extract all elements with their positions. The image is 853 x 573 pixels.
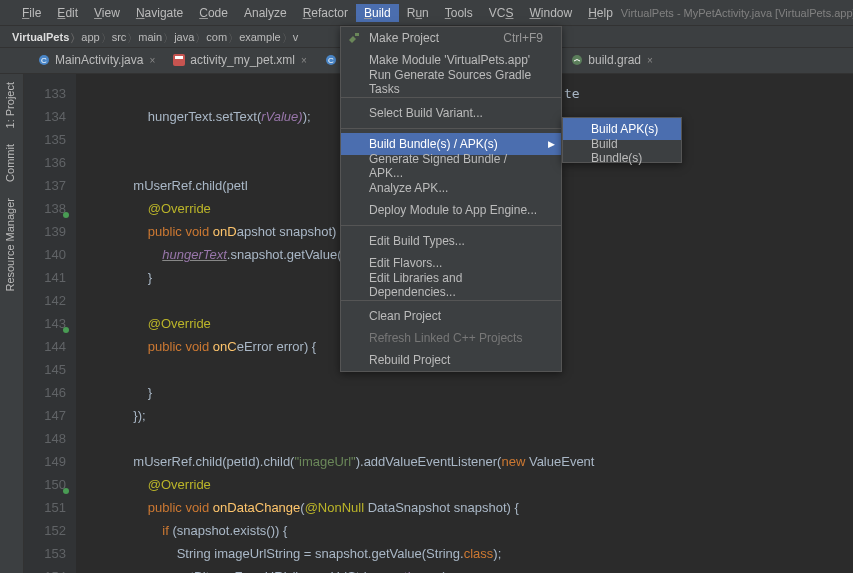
svg-point-10 xyxy=(63,212,69,218)
line-number: 133 xyxy=(24,82,66,105)
menu-item-edit-libraries-and-dependencies[interactable]: Edit Libraries and Dependencies... xyxy=(341,274,561,296)
tool-window-commit[interactable]: Commit xyxy=(0,136,20,190)
menu-view[interactable]: View xyxy=(86,4,128,22)
menu-code[interactable]: Code xyxy=(191,4,236,22)
svg-point-11 xyxy=(63,327,69,333)
menu-help[interactable]: Help xyxy=(580,4,621,22)
menu-item-make-project[interactable]: Make ProjectCtrl+F9 xyxy=(341,27,561,49)
svg-text:C: C xyxy=(41,56,47,65)
menu-item-label: Build Bundle(s) / APK(s) xyxy=(369,137,498,151)
menu-file[interactable]: File xyxy=(14,4,49,22)
menu-run[interactable]: Run xyxy=(399,4,437,22)
tab-label: build.grad xyxy=(588,53,641,67)
tab-label: MainActivity.java xyxy=(55,53,143,67)
line-number: 147 xyxy=(24,404,66,427)
svg-point-12 xyxy=(63,488,69,494)
close-icon[interactable]: × xyxy=(301,55,307,66)
menu-item-build-bundle-s[interactable]: Build Bundle(s) xyxy=(563,140,681,162)
menu-item-label: Deploy Module to App Engine... xyxy=(369,203,537,217)
code-line[interactable]: mUserRef.child(petId).child("imageUrl").… xyxy=(90,450,853,473)
breadcrumb-segment[interactable]: app xyxy=(75,31,105,43)
line-number: 137 xyxy=(24,174,66,197)
line-number: 153 xyxy=(24,542,66,565)
breadcrumb-segment[interactable]: v xyxy=(287,31,305,43)
menu-item-run-generate-sources-gradle-tasks[interactable]: Run Generate Sources Gradle Tasks xyxy=(341,71,561,93)
code-line[interactable]: } xyxy=(90,381,853,404)
menu-item-label: Make Project xyxy=(369,31,439,45)
menu-edit[interactable]: Edit xyxy=(49,4,86,22)
breadcrumb-segment[interactable]: example xyxy=(233,31,287,43)
code-line[interactable]: @Override xyxy=(90,473,853,496)
menu-item-label: Build Bundle(s) xyxy=(591,137,663,165)
line-number: 149 xyxy=(24,450,66,473)
menu-separator xyxy=(341,300,561,301)
code-line[interactable]: if (snapshot.exists()) { xyxy=(90,519,853,542)
menu-build[interactable]: Build xyxy=(356,4,399,22)
gutter: 1331341351361371381391401411421431441451… xyxy=(24,74,76,573)
line-number: 152 xyxy=(24,519,66,542)
code-line[interactable] xyxy=(90,427,853,450)
menu-item-label: Select Build Variant... xyxy=(369,106,483,120)
menu-item-label: Build APK(s) xyxy=(591,122,658,136)
gutter-mark-icon[interactable] xyxy=(62,318,70,326)
breadcrumb-segment[interactable]: com xyxy=(200,31,233,43)
left-tool-strip: 1: Project Commit Resource Manager xyxy=(0,74,24,573)
svg-rect-13 xyxy=(355,33,359,36)
gutter-mark-icon[interactable] xyxy=(62,203,70,211)
build-menu-dropdown: Make ProjectCtrl+F9Make Module 'VirtualP… xyxy=(340,26,562,372)
code-fragment: te xyxy=(564,82,580,105)
menu-item-label: Edit Build Types... xyxy=(369,234,465,248)
close-icon[interactable]: × xyxy=(647,55,653,66)
window-title: VirtualPets - MyPetActivity.java [Virtua… xyxy=(621,7,853,19)
menu-window[interactable]: Window xyxy=(521,4,580,22)
line-number: 148 xyxy=(24,427,66,450)
line-number: 140 xyxy=(24,243,66,266)
line-number: 151 xyxy=(24,496,66,519)
code-line[interactable]: }); xyxy=(90,404,853,427)
menu-tools[interactable]: Tools xyxy=(437,4,481,22)
menu-item-label: Make Module 'VirtualPets.app' xyxy=(369,53,530,67)
line-number: 135 xyxy=(24,128,66,151)
menu-item-clean-project[interactable]: Clean Project xyxy=(341,305,561,327)
close-icon[interactable]: × xyxy=(149,55,155,66)
line-number: 141 xyxy=(24,266,66,289)
tool-window-resource-manager[interactable]: Resource Manager xyxy=(0,190,20,300)
menu-item-edit-build-types[interactable]: Edit Build Types... xyxy=(341,230,561,252)
line-number: 136 xyxy=(24,151,66,174)
menu-vcs[interactable]: VCS xyxy=(481,4,522,22)
menu-refactor[interactable]: Refactor xyxy=(295,4,356,22)
code-line[interactable]: String imageUrlString = snapshot.getValu… xyxy=(90,542,853,565)
menu-item-deploy-module-to-app-engine[interactable]: Deploy Module to App Engine... xyxy=(341,199,561,221)
line-number: 138 xyxy=(24,197,66,220)
menu-item-select-build-variant[interactable]: Select Build Variant... xyxy=(341,102,561,124)
line-number: 142 xyxy=(24,289,66,312)
line-number: 139 xyxy=(24,220,66,243)
breadcrumb-segment[interactable]: java xyxy=(168,31,200,43)
menu-analyze[interactable]: Analyze xyxy=(236,4,295,22)
breadcrumb-segment[interactable]: VirtualPets xyxy=(6,31,75,43)
submenu-arrow-icon: ▶ xyxy=(548,139,555,149)
menu-item-generate-signed-bundle-apk[interactable]: Generate Signed Bundle / APK... xyxy=(341,155,561,177)
breadcrumb-segment[interactable]: main xyxy=(132,31,168,43)
editor-tab[interactable]: build.grad× xyxy=(563,49,661,73)
menu-navigate[interactable]: Navigate xyxy=(128,4,191,22)
menu-item-rebuild-project[interactable]: Rebuild Project xyxy=(341,349,561,371)
menu-item-analyze-apk[interactable]: Analyze APK... xyxy=(341,177,561,199)
tool-window-project[interactable]: 1: Project xyxy=(0,74,20,136)
menu-item-label: Refresh Linked C++ Projects xyxy=(369,331,522,345)
editor-tab[interactable]: activity_my_pet.xml× xyxy=(165,49,315,73)
menu-item-label: Rebuild Project xyxy=(369,353,450,367)
code-line[interactable]: setBitmapFromURL(imageUrlString, petImag… xyxy=(90,565,853,573)
menu-item-label: Clean Project xyxy=(369,309,441,323)
menu-separator xyxy=(341,225,561,226)
editor-tab[interactable]: CMainActivity.java× xyxy=(30,49,163,73)
line-number: 134 xyxy=(24,105,66,128)
line-number: 145 xyxy=(24,358,66,381)
line-number: 144 xyxy=(24,335,66,358)
code-line[interactable]: public void onDataChange(@NonNull DataSn… xyxy=(90,496,853,519)
breadcrumb-segment[interactable]: src xyxy=(106,31,133,43)
line-number: 146 xyxy=(24,381,66,404)
menu-item-refresh-linked-c-projects: Refresh Linked C++ Projects xyxy=(341,327,561,349)
gutter-mark-icon[interactable] xyxy=(62,479,70,487)
menubar: FileEditViewNavigateCodeAnalyzeRefactorB… xyxy=(0,0,853,26)
